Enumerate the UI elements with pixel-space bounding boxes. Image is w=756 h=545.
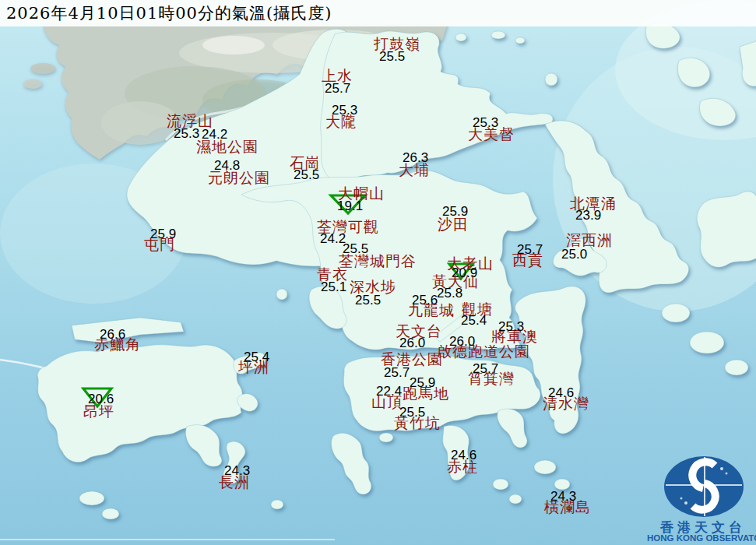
station-value: 26.0 xyxy=(449,335,475,348)
station-value: 25.7 xyxy=(517,243,543,256)
hko-emblem-icon xyxy=(649,452,756,520)
station-value: 25.6 xyxy=(412,294,438,307)
station-value: 25.5 xyxy=(379,50,405,63)
station-value: 25.5 xyxy=(355,294,381,307)
station-value: 26.0 xyxy=(399,336,425,350)
station-value: 24.6 xyxy=(451,448,476,462)
station-value: 25.7 xyxy=(325,82,350,95)
station-value: 25.9 xyxy=(410,376,435,389)
station-value: 20.6 xyxy=(88,392,114,406)
station-value: 24.3 xyxy=(224,464,250,477)
station-value: 24.6 xyxy=(548,386,574,399)
station-value: 25.5 xyxy=(399,406,425,419)
hko-logo-english: HONG KONG OBSERVATORY xyxy=(647,533,756,543)
station-value: 25.9 xyxy=(442,205,468,218)
station-value: 24.8 xyxy=(214,159,240,172)
station-value: 26.3 xyxy=(403,151,428,164)
station-value: 26.6 xyxy=(100,328,125,341)
station-value: 23.9 xyxy=(575,209,601,222)
station-value: 25.1 xyxy=(321,280,346,294)
station-value: 19.1 xyxy=(337,199,363,213)
station-value: 25.3 xyxy=(473,116,498,129)
map-title: 2026年4月10日01時00分的氣溫(攝氏度) xyxy=(6,2,332,24)
station-value: 24.2 xyxy=(202,128,227,141)
station-value: 25.7 xyxy=(384,366,410,379)
station-value: 24.3 xyxy=(550,490,576,503)
station-name: 滘西洲 xyxy=(566,233,613,248)
station-value: 25.8 xyxy=(437,287,462,300)
station-value: 25.3 xyxy=(332,104,357,117)
station-value: 25.4 xyxy=(461,314,487,327)
station-value: 25.4 xyxy=(244,350,269,364)
station-value: 25.5 xyxy=(294,168,319,181)
station-value: 25.5 xyxy=(343,242,368,255)
station-labels-layer: 打鼓嶺25.5上水25.7大隴25.3流浮山25.3濕地公園24.2元朗公園24… xyxy=(0,0,756,545)
temperature-map: 打鼓嶺25.5上水25.7大隴25.3流浮山25.3濕地公園24.2元朗公園24… xyxy=(0,0,756,545)
station-value: 25.3 xyxy=(498,320,524,333)
station-value: 22.4 xyxy=(376,385,402,398)
title-bar: 2026年4月10日01時00分的氣溫(攝氏度) xyxy=(0,0,756,26)
hko-logo: 香港天文台 HONG KONG OBSERVATORY xyxy=(649,452,756,543)
station-value: 25.9 xyxy=(150,227,176,241)
station-name: 沙田 xyxy=(438,217,469,232)
station-value: 25.7 xyxy=(473,362,498,375)
station-value: 25.0 xyxy=(561,248,587,261)
